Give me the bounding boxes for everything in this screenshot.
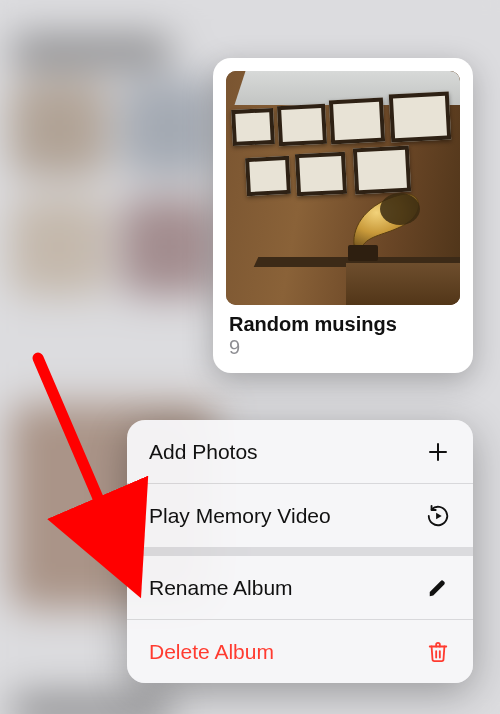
album-context-menu: Add Photos Play Memory Video Rename Albu…: [127, 420, 473, 683]
svg-marker-4: [436, 512, 442, 518]
plus-icon: [425, 439, 451, 465]
delete-album-button[interactable]: Delete Album: [127, 620, 473, 683]
pencil-icon: [425, 575, 451, 601]
menu-item-label: Add Photos: [149, 440, 258, 464]
menu-item-label: Rename Album: [149, 576, 293, 600]
rename-album-button[interactable]: Rename Album: [127, 556, 473, 619]
menu-item-label: Delete Album: [149, 640, 274, 664]
svg-rect-1: [348, 245, 378, 261]
album-title: Random musings: [229, 313, 457, 336]
gramophone-illustration: [334, 169, 430, 265]
album-thumbnail: [226, 71, 460, 305]
album-photo-count: 9: [229, 336, 457, 359]
add-photos-button[interactable]: Add Photos: [127, 420, 473, 483]
svg-point-0: [380, 193, 420, 225]
trash-icon: [425, 639, 451, 665]
album-preview-card[interactable]: Random musings 9: [213, 58, 473, 373]
memory-play-icon: [425, 503, 451, 529]
menu-item-label: Play Memory Video: [149, 504, 331, 528]
play-memory-video-button[interactable]: Play Memory Video: [127, 484, 473, 547]
